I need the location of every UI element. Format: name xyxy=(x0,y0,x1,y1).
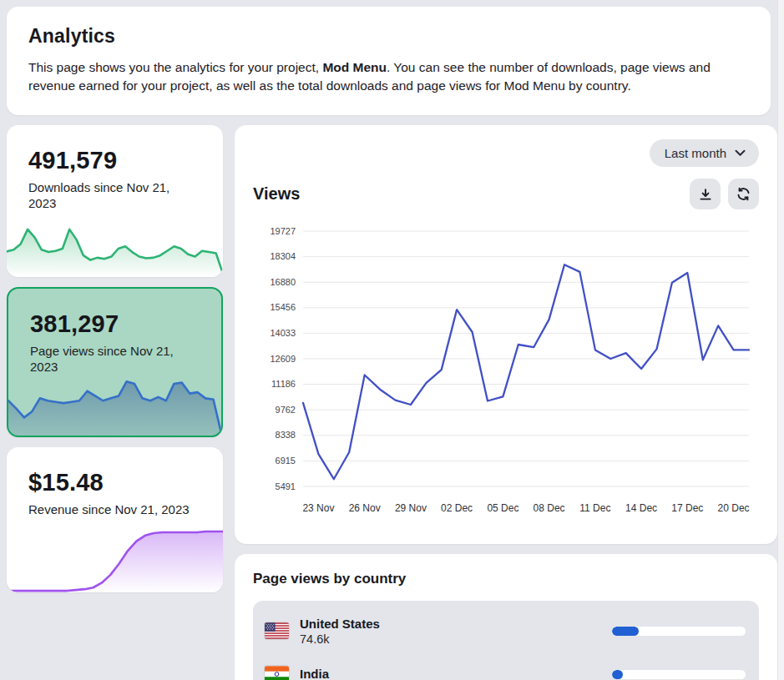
x-axis-tick: 11 Dec xyxy=(579,502,610,514)
x-axis-tick: 08 Dec xyxy=(534,502,565,514)
y-axis-tick: 11186 xyxy=(271,379,296,389)
country-progress-fill xyxy=(612,627,639,636)
date-range-label: Last month xyxy=(665,146,726,160)
page-views-label: Page views since Nov 21, 2023 xyxy=(30,344,197,375)
downloads-label: Downloads since Nov 21, 2023 xyxy=(28,180,195,212)
y-axis-tick: 5491 xyxy=(276,481,296,491)
refresh-icon xyxy=(736,186,751,202)
page-views-count: 381,297 xyxy=(30,310,200,338)
export-chart-button[interactable] xyxy=(690,179,721,209)
page-views-stat-card[interactable]: 381,297 Page views since Nov 21, 2023 xyxy=(7,287,223,437)
download-icon xyxy=(698,187,713,202)
page-title: Analytics xyxy=(28,25,749,48)
country-value: 74.6k xyxy=(300,632,380,646)
downloads-sparkline-chart xyxy=(7,220,223,277)
y-axis-tick: 16880 xyxy=(270,277,296,287)
country-row-india: India xyxy=(265,652,746,680)
views-chart-title: Views xyxy=(253,184,300,204)
y-axis-tick: 12609 xyxy=(270,354,296,364)
x-axis-tick: 14 Dec xyxy=(625,502,657,514)
y-axis-tick: 6915 xyxy=(276,456,296,466)
y-axis-tick: 8338 xyxy=(276,430,296,440)
refresh-chart-button[interactable] xyxy=(728,179,759,209)
y-axis-tick: 15456 xyxy=(270,302,296,312)
header-card: Analytics This page shows you the analyt… xyxy=(7,7,771,115)
downloads-stat-card[interactable]: 491,579 Downloads since Nov 21, 2023 xyxy=(7,125,223,277)
page-description: This page shows you the analytics for yo… xyxy=(28,58,749,95)
x-axis-tick: 26 Nov xyxy=(349,502,381,514)
country-name: India xyxy=(300,667,329,680)
chevron-down-icon xyxy=(735,149,746,157)
country-name: United States xyxy=(300,617,380,631)
country-row-united-states: United States 74.6k xyxy=(265,609,746,652)
views-line-chart: 5491691583389762111861260914033154561688… xyxy=(253,218,759,525)
y-axis-tick: 19727 xyxy=(270,226,296,236)
country-progress-fill xyxy=(612,670,623,679)
country-list: United States 74.6k xyxy=(253,601,759,680)
x-axis-tick: 23 Nov xyxy=(302,502,334,514)
page-scrollbar[interactable] xyxy=(777,0,784,680)
country-progress-track xyxy=(612,627,746,636)
us-flag-icon xyxy=(265,622,289,639)
country-progress-track xyxy=(612,670,746,679)
country-panel-title: Page views by country xyxy=(253,571,759,587)
revenue-sparkline-chart xyxy=(7,512,223,592)
y-axis-tick: 9762 xyxy=(276,405,296,415)
analytics-page: Analytics This page shows you the analyt… xyxy=(0,0,777,680)
page-views-sparkline-chart xyxy=(8,375,221,436)
country-panel: Page views by country xyxy=(235,554,777,680)
x-axis-tick: 17 Dec xyxy=(671,502,703,514)
revenue-amount: $15.48 xyxy=(28,469,201,496)
x-axis-tick: 05 Dec xyxy=(487,502,518,514)
project-name: Mod Menu xyxy=(322,60,387,74)
y-axis-tick: 18304 xyxy=(270,251,296,261)
x-axis-tick: 29 Nov xyxy=(395,502,427,514)
date-range-dropdown[interactable]: Last month xyxy=(650,139,759,167)
revenue-stat-card[interactable]: $15.48 Revenue since Nov 21, 2023 xyxy=(7,447,223,592)
x-axis-tick: 02 Dec xyxy=(441,502,473,514)
x-axis-tick: 20 Dec xyxy=(718,502,750,514)
stat-cards-column: 491,579 Downloads since Nov 21, 2023 381… xyxy=(7,125,223,592)
india-flag-icon xyxy=(265,666,289,680)
downloads-count: 491,579 xyxy=(28,147,201,174)
main-column: Last month Views xyxy=(235,125,777,680)
views-series-line xyxy=(303,264,749,479)
y-axis-tick: 14033 xyxy=(270,328,296,338)
views-chart-panel: Last month Views xyxy=(235,125,777,544)
